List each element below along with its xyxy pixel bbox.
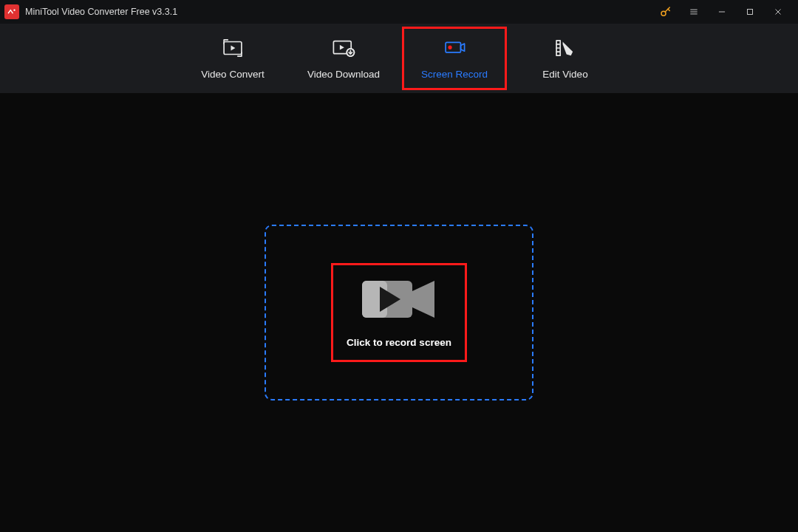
hamburger-menu-button[interactable]	[680, 0, 708, 24]
tab-screen-record[interactable]: Screen Record	[399, 24, 510, 93]
close-button[interactable]	[764, 0, 792, 24]
titlebar: MiniTool Video Converter Free v3.3.1	[0, 0, 798, 24]
tab-label: Screen Record	[421, 69, 488, 80]
tab-video-download[interactable]: Video Download	[288, 24, 399, 93]
maximize-button[interactable]	[736, 0, 764, 24]
svg-rect-8	[748, 10, 753, 15]
minimize-button[interactable]	[708, 0, 736, 24]
record-button-label: Click to record screen	[347, 337, 451, 348]
svg-marker-14	[340, 44, 344, 50]
svg-line-3	[668, 9, 669, 10]
tab-label: Edit Video	[542, 69, 587, 80]
tab-label: Video Convert	[201, 69, 264, 80]
video-convert-icon	[220, 38, 245, 58]
tab-video-convert[interactable]: Video Convert	[177, 24, 288, 93]
svg-marker-26	[412, 281, 434, 318]
app-logo-icon	[4, 4, 19, 19]
app-title: MiniTool Video Converter Free v3.3.1	[25, 7, 177, 17]
record-screen-button[interactable]: Click to record screen	[331, 263, 467, 362]
svg-rect-18	[446, 42, 460, 52]
tab-edit-video[interactable]: Edit Video	[510, 24, 621, 93]
svg-point-0	[13, 10, 15, 11]
license-key-button[interactable]	[652, 0, 680, 24]
main-tabs: Video Convert Video Download Screen Reco…	[0, 24, 798, 93]
main-content: Click to record screen	[0, 93, 798, 532]
svg-marker-19	[461, 44, 465, 51]
svg-point-20	[449, 45, 452, 49]
svg-marker-12	[231, 45, 235, 50]
edit-video-icon	[553, 38, 578, 58]
tab-label: Video Download	[307, 69, 380, 80]
camcorder-icon	[362, 278, 436, 324]
screen-record-icon	[442, 38, 467, 58]
video-download-icon	[331, 38, 356, 58]
